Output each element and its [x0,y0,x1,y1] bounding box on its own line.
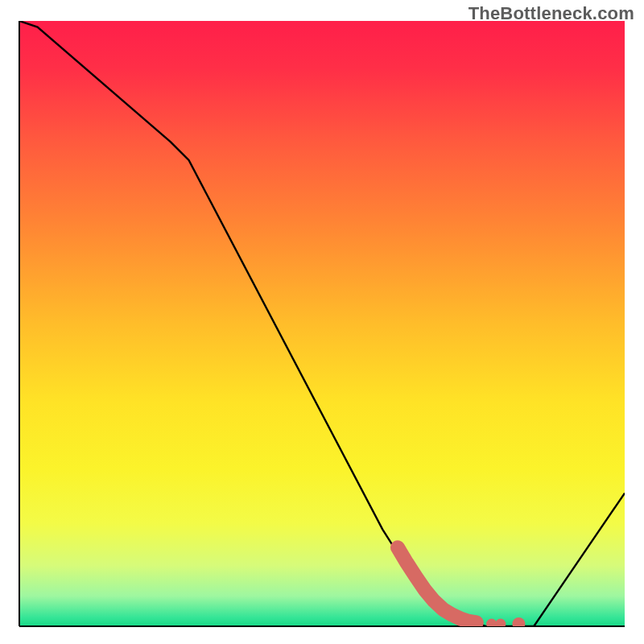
watermark-text: TheBottleneck.com [469,3,634,24]
svg-point-2 [495,618,506,629]
svg-point-1 [486,618,497,629]
svg-point-3 [512,617,525,630]
plot-background [19,21,625,626]
chart-frame: TheBottleneck.com [0,0,644,644]
bottleneck-chart [0,0,644,644]
